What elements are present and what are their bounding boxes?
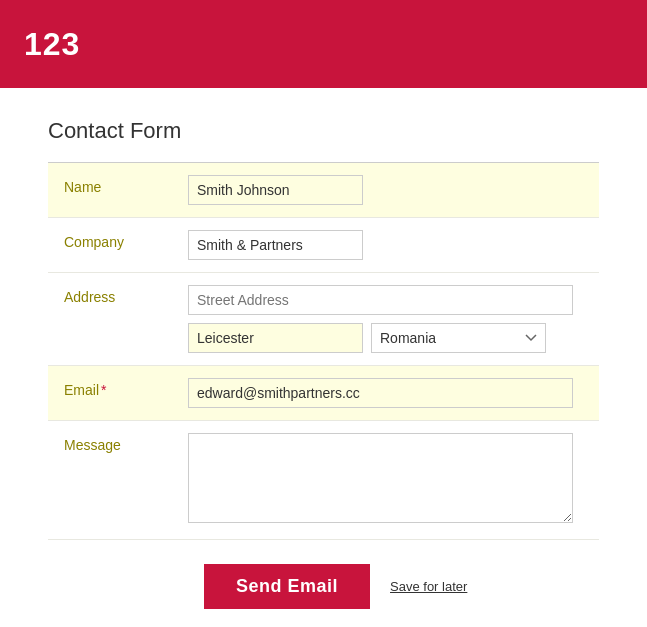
header: 123: [0, 0, 647, 88]
message-row: Message: [48, 421, 599, 540]
address-label: Address: [48, 273, 188, 366]
required-star: *: [101, 382, 106, 398]
save-later-button[interactable]: Save for later: [390, 579, 467, 594]
page-title: Contact Form: [48, 118, 599, 144]
main-content: Contact Form Name Company Address: [0, 88, 647, 627]
street-input[interactable]: [188, 285, 573, 315]
email-input[interactable]: [188, 378, 573, 408]
email-label: Email: [64, 382, 99, 398]
company-row: Company: [48, 218, 599, 273]
logo: 123: [24, 26, 80, 63]
name-row: Name: [48, 163, 599, 218]
email-field-cell: [188, 366, 599, 421]
company-label: Company: [48, 218, 188, 273]
name-label: Name: [48, 163, 188, 218]
name-input[interactable]: [188, 175, 363, 205]
message-label: Message: [48, 421, 188, 540]
message-textarea[interactable]: [188, 433, 573, 523]
message-field-cell: [188, 421, 599, 540]
address-row: Address Romania United Kingdom United St…: [48, 273, 599, 366]
email-label-cell: Email*: [48, 366, 188, 421]
name-field-cell: [188, 163, 599, 218]
city-country-row: Romania United Kingdom United States Ger…: [188, 323, 587, 353]
country-select[interactable]: Romania United Kingdom United States Ger…: [371, 323, 546, 353]
send-email-button[interactable]: Send Email: [204, 564, 370, 609]
city-input[interactable]: [188, 323, 363, 353]
company-field-cell: [188, 218, 599, 273]
address-field-cell: Romania United Kingdom United States Ger…: [188, 273, 599, 366]
email-row: Email*: [48, 366, 599, 421]
contact-form: Name Company Address: [48, 163, 599, 540]
company-input[interactable]: [188, 230, 363, 260]
form-actions: Send Email Save for later: [48, 540, 599, 609]
